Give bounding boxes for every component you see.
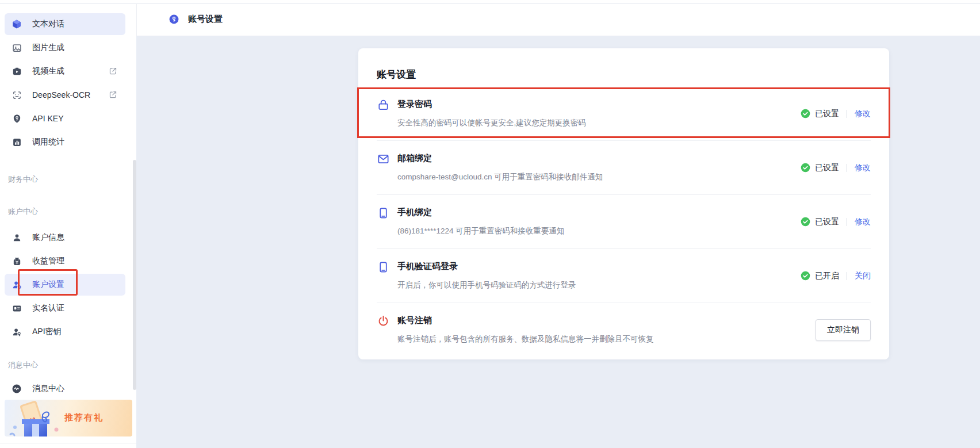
sidebar-item-label: DeepSeek-OCR xyxy=(32,90,90,99)
sidebar-item-label: 文本对话 xyxy=(32,19,64,29)
setting-description: compshare-test@ucloud.cn 可用于重置密码和接收邮件通知 xyxy=(397,172,801,182)
sidebar-item-label: 调用统计 xyxy=(32,137,64,147)
sidebar-section-message: 消息中心 xyxy=(8,360,38,370)
key-icon xyxy=(12,113,22,124)
setting-row-phone: 手机绑定 (86)181****1224 可用于重置密码和接收重要通知 已设置 … xyxy=(377,195,871,249)
external-link-icon xyxy=(109,67,117,75)
status-divider xyxy=(847,110,847,118)
check-circle-icon xyxy=(801,217,810,227)
sidebar-item-usage-stats[interactable]: 调用统计 xyxy=(5,131,125,153)
external-link-icon xyxy=(109,90,117,99)
user-icon xyxy=(12,232,22,243)
check-circle-icon xyxy=(801,271,810,281)
modify-phone-link[interactable]: 修改 xyxy=(855,217,871,227)
sidebar-item-deepseek-ocr[interactable]: DeepSeek-OCR xyxy=(5,84,125,106)
sidebar-item-api-key[interactable]: API KEY xyxy=(5,108,125,129)
cube-icon xyxy=(12,19,22,29)
setting-title: 手机绑定 xyxy=(397,207,801,218)
setting-title: 账号注销 xyxy=(397,315,816,326)
setting-description: (86)181****1224 可用于重置密码和接收重要通知 xyxy=(397,226,801,236)
mail-icon xyxy=(377,152,391,166)
phone-icon xyxy=(377,206,391,220)
sidebar: 文本对话 图片生成 视频生成 DeepSeek-OCR API KEY xyxy=(0,4,136,448)
delete-account-button[interactable]: 立即注销 xyxy=(816,319,871,341)
sidebar-item-label: 视频生成 xyxy=(32,66,64,76)
sidebar-item-video-gen[interactable]: 视频生成 xyxy=(5,60,125,82)
page-header: 账号设置 xyxy=(136,4,980,36)
video-icon xyxy=(12,66,22,76)
power-icon xyxy=(377,315,391,328)
sidebar-item-message-center[interactable]: 消息中心 xyxy=(5,378,125,400)
sidebar-item-account-info[interactable]: 账户信息 xyxy=(5,227,125,248)
gift-box-illustration: 1000 xyxy=(7,400,70,436)
sidebar-item-text-chat[interactable]: 文本对话 xyxy=(5,13,125,35)
user-key-icon xyxy=(12,327,22,337)
sidebar-item-label: 实名认证 xyxy=(32,303,64,313)
sidebar-item-label: 消息中心 xyxy=(32,384,64,394)
status-badge: 已设置 xyxy=(815,217,839,227)
setting-row-email: 邮箱绑定 compshare-test@ucloud.cn 可用于重置密码和接收… xyxy=(377,141,871,195)
content-area: 账号设置 登录密码 安全性高的密码可以使帐号更安全,建议您定期更换密码 已设置 … xyxy=(136,36,980,448)
sidebar-item-label: 账户设置 xyxy=(32,279,64,290)
modify-password-link[interactable]: 修改 xyxy=(855,109,871,119)
pulse-icon xyxy=(12,384,22,394)
sidebar-section-finance: 财务中心 xyxy=(8,174,38,185)
setting-description: 安全性高的密码可以使帐号更安全,建议您定期更换密码 xyxy=(397,118,801,128)
sidebar-item-label: API密钥 xyxy=(32,327,62,337)
page-title: 账号设置 xyxy=(188,14,223,25)
disable-sms-login-link[interactable]: 关闭 xyxy=(855,271,871,281)
sidebar-section-account: 账户中心 xyxy=(8,206,38,217)
user-gear-icon xyxy=(12,279,22,290)
sidebar-item-label: API KEY xyxy=(32,114,63,123)
lock-icon xyxy=(377,98,391,112)
sidebar-bottom-divider xyxy=(0,443,136,443)
key-circle-icon xyxy=(169,14,179,25)
sidebar-item-image-gen[interactable]: 图片生成 xyxy=(5,37,125,59)
setting-row-password: 登录密码 安全性高的密码可以使帐号更安全,建议您定期更换密码 已设置 修改 xyxy=(377,87,871,141)
sidebar-item-label: 图片生成 xyxy=(32,43,64,53)
setting-title: 邮箱绑定 xyxy=(397,153,801,164)
earnings-icon xyxy=(12,256,22,266)
setting-title: 手机验证码登录 xyxy=(397,261,801,272)
modify-email-link[interactable]: 修改 xyxy=(855,163,871,173)
image-icon xyxy=(12,43,22,53)
setting-description: 账号注销后，账号包含的所有服务、数据及隐私信息将一并删除且不可恢复 xyxy=(397,334,816,344)
sidebar-item-realname-verify[interactable]: 实名认证 xyxy=(5,297,125,319)
account-settings-card: 账号设置 登录密码 安全性高的密码可以使帐号更安全,建议您定期更换密码 已设置 … xyxy=(358,48,889,359)
setting-row-account-deletion: 账号注销 账号注销后，账号包含的所有服务、数据及隐私信息将一并删除且不可恢复 立… xyxy=(377,303,871,357)
status-divider xyxy=(847,164,847,172)
status-divider xyxy=(847,218,847,226)
status-badge: 已设置 xyxy=(815,109,839,119)
setting-row-sms-login: 手机验证码登录 开启后，你可以使用手机号码验证码的方式进行登录 已开启 关闭 xyxy=(377,249,871,303)
status-divider xyxy=(847,272,847,280)
sidebar-item-account-settings[interactable]: 账户设置 xyxy=(5,274,125,296)
referral-banner[interactable]: 1000 推荐有礼 xyxy=(5,400,132,436)
check-circle-icon xyxy=(801,109,810,118)
idcard-icon xyxy=(12,303,22,313)
scan-icon xyxy=(12,90,22,100)
setting-title: 登录密码 xyxy=(397,99,801,110)
sidebar-item-api-secret[interactable]: API密钥 xyxy=(5,321,125,343)
banner-label: 推荐有礼 xyxy=(64,412,104,423)
status-badge: 已设置 xyxy=(815,163,839,173)
setting-description: 开启后，你可以使用手机号码验证码的方式进行登录 xyxy=(397,280,801,290)
chart-icon xyxy=(12,137,22,147)
sidebar-item-label: 账户信息 xyxy=(32,232,64,243)
status-badge: 已开启 xyxy=(815,271,839,281)
smartphone-icon xyxy=(377,261,391,274)
check-circle-icon xyxy=(801,163,810,173)
card-title: 账号设置 xyxy=(377,68,871,81)
sidebar-item-earnings[interactable]: 收益管理 xyxy=(5,250,125,272)
sidebar-item-label: 收益管理 xyxy=(32,256,64,266)
